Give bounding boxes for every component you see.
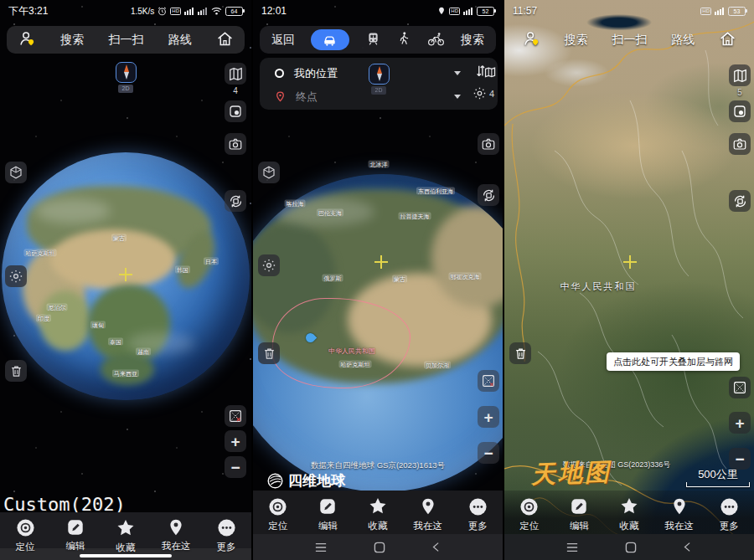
swap-route-map-button[interactable]: [473, 61, 499, 83]
nav-more[interactable]: 更多: [202, 512, 250, 548]
nav-locate[interactable]: 定位: [1, 512, 49, 548]
home-indicator[interactable]: [80, 554, 172, 557]
3d-box-button[interactable]: [5, 162, 27, 183]
rotate-view-button[interactable]: [729, 190, 751, 212]
route-settings-button[interactable]: 4: [473, 86, 494, 100]
android-back-icon[interactable]: [430, 541, 442, 553]
route-end-row[interactable]: 终点: [260, 85, 461, 109]
android-back-icon[interactable]: [681, 541, 694, 553]
mode-transit[interactable]: [365, 31, 381, 49]
zoom-out-button[interactable]: −: [478, 442, 499, 464]
map-label: 东西伯利亚海: [416, 188, 455, 195]
nav-favorite[interactable]: 收藏: [605, 491, 653, 534]
compass-widget[interactable]: [116, 62, 137, 83]
trash-button[interactable]: [258, 342, 280, 364]
swirl-globe-icon: [266, 472, 284, 490]
gear-button[interactable]: [5, 265, 27, 287]
view-mode-2d-button[interactable]: 2D: [118, 85, 133, 93]
map-label: 蒙古: [392, 275, 407, 283]
overlay-tooltip[interactable]: 点击此处可开关叠加层与路网: [607, 352, 740, 371]
map-label: 缅甸: [90, 321, 106, 329]
start-point-value[interactable]: 我的位置: [294, 66, 338, 81]
gear-button[interactable]: [258, 254, 280, 276]
metro-icon: [365, 31, 381, 47]
scan-button[interactable]: 扫一扫: [109, 33, 144, 48]
hd-volte-icon: HD: [170, 8, 181, 15]
nav-edit[interactable]: 编辑: [51, 512, 100, 548]
route-start-row[interactable]: 我的位置: [260, 61, 461, 85]
android-home-icon[interactable]: [624, 541, 638, 554]
recents-icon[interactable]: [313, 542, 328, 553]
nav-more[interactable]: 更多: [705, 491, 753, 534]
pin-icon: [669, 496, 689, 516]
nav-label: 更多: [720, 520, 739, 532]
scan-button[interactable]: 扫一扫: [612, 33, 648, 48]
search-button[interactable]: 搜索: [565, 33, 588, 48]
satellite-overlay-toggle[interactable]: [729, 377, 751, 398]
camera-button[interactable]: [729, 133, 751, 155]
rotate-view-button[interactable]: [478, 184, 499, 206]
favorite-star-icon: [368, 496, 388, 516]
trash-button[interactable]: [5, 360, 27, 382]
avatar-icon[interactable]: [18, 29, 36, 50]
nav-im-here[interactable]: 我在这: [404, 491, 452, 534]
route-button[interactable]: 路线: [671, 33, 695, 48]
satellite-overlay-toggle[interactable]: [225, 405, 246, 427]
chevron-down-icon[interactable]: [454, 71, 461, 75]
battery-icon: 64: [225, 7, 243, 16]
screen-frame-button[interactable]: [225, 100, 246, 122]
zoom-in-button[interactable]: +: [225, 430, 246, 452]
crosshair-icon: [119, 268, 132, 281]
camera-button[interactable]: [478, 133, 499, 155]
back-button[interactable]: 返回: [271, 33, 295, 48]
mode-walk[interactable]: [396, 31, 411, 49]
map-label: 俄罗斯: [323, 275, 343, 282]
layers-map-button[interactable]: [225, 63, 246, 85]
rotate-view-button[interactable]: [225, 190, 246, 212]
compass-widget[interactable]: [369, 64, 390, 85]
nav-edit[interactable]: 编辑: [555, 491, 603, 534]
recents-icon[interactable]: [565, 542, 580, 553]
mode-drive-selected[interactable]: [311, 29, 349, 50]
route-button[interactable]: 路线: [168, 33, 192, 48]
camera-button[interactable]: [225, 133, 246, 155]
nav-favorite[interactable]: 收藏: [101, 512, 150, 548]
view-mode-2d-button[interactable]: 2D: [371, 86, 386, 95]
3d-box-button[interactable]: [258, 162, 280, 183]
earth-globe-rotated[interactable]: 中华人民共和国: [251, 174, 503, 492]
nav-label: 收藏: [368, 520, 387, 532]
map-label: 北冰洋: [369, 161, 390, 168]
screen-frame-button[interactable]: [729, 100, 751, 122]
pin-icon: [418, 496, 438, 516]
map-label: 日本: [204, 258, 219, 265]
zoom-in-button[interactable]: +: [729, 412, 751, 434]
nav-edit[interactable]: 编辑: [303, 491, 352, 534]
nav-favorite[interactable]: 收藏: [354, 491, 402, 534]
map-label: 尼泊尔: [47, 304, 68, 311]
trash-button[interactable]: [509, 342, 531, 364]
home-icon[interactable]: [719, 30, 736, 50]
layers-map-button[interactable]: [729, 64, 751, 86]
nav-locate[interactable]: 定位: [505, 491, 554, 534]
chevron-down-icon[interactable]: [454, 95, 461, 99]
zoom-out-button[interactable]: −: [225, 456, 246, 478]
status-time: 12:01: [261, 5, 287, 17]
nav-im-here[interactable]: 我在这: [152, 512, 200, 548]
nav-more[interactable]: 更多: [453, 491, 502, 534]
end-point-placeholder[interactable]: 终点: [296, 90, 318, 105]
home-icon[interactable]: [216, 30, 234, 50]
edit-icon: [318, 496, 338, 516]
search-button[interactable]: 搜索: [60, 33, 84, 48]
search-button[interactable]: 搜索: [461, 33, 484, 48]
nav-im-here[interactable]: 我在这: [655, 491, 704, 534]
avatar-icon[interactable]: [522, 29, 540, 50]
locate-icon: [268, 496, 288, 516]
zoom-in-button[interactable]: +: [478, 406, 499, 428]
mode-bike[interactable]: [427, 31, 445, 49]
android-home-icon[interactable]: [373, 541, 386, 554]
nav-label: 更多: [217, 541, 236, 553]
nav-label: 我在这: [162, 540, 191, 552]
nav-locate[interactable]: 定位: [254, 491, 302, 534]
satellite-overlay-toggle[interactable]: [478, 370, 499, 392]
zoom-out-button[interactable]: −: [729, 448, 751, 470]
